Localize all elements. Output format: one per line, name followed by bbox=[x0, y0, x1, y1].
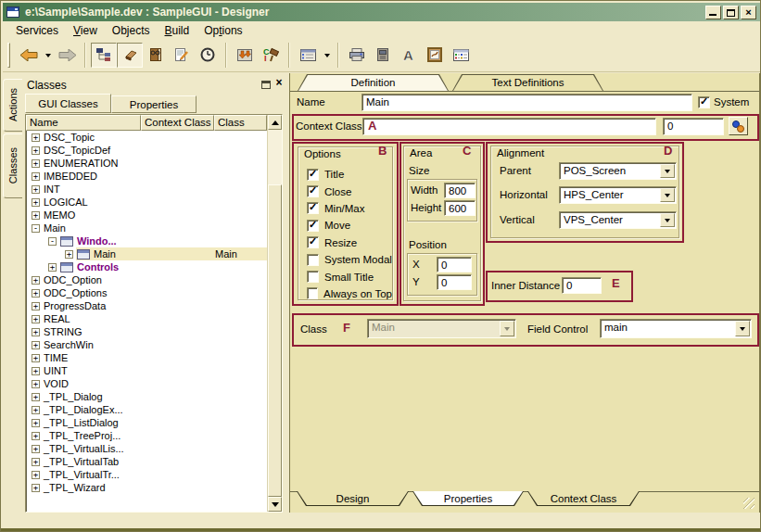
tree-expander[interactable]: + bbox=[32, 419, 40, 427]
column-header-context-class[interactable]: Context Class bbox=[141, 115, 214, 131]
tree-row[interactable]: + _TPL_TreeProj... bbox=[26, 429, 267, 442]
inner-distance-input[interactable]: 0 bbox=[562, 277, 602, 294]
tree-expander[interactable]: + bbox=[32, 276, 40, 285]
tree-expander[interactable]: + bbox=[32, 380, 40, 388]
tree-expander[interactable]: + bbox=[32, 133, 40, 142]
tree-row[interactable]: + MEMO bbox=[26, 209, 267, 222]
column-header-class[interactable]: Class bbox=[214, 115, 267, 131]
side-tab-actions[interactable]: Actions bbox=[3, 79, 22, 132]
tree-expander[interactable]: + bbox=[32, 315, 40, 323]
tab-properties-bottom[interactable]: Properties bbox=[412, 491, 524, 506]
tab-definition[interactable]: Definition bbox=[298, 74, 449, 91]
tree-row[interactable]: + DSC_TopicDef bbox=[26, 144, 267, 157]
x-input[interactable]: 0 bbox=[437, 257, 472, 272]
tree-row[interactable]: + _TPL_Dialog bbox=[26, 390, 267, 403]
tab-properties-left[interactable]: Properties bbox=[111, 95, 197, 113]
tree-row[interactable]: + _TPL_VirtualLis... bbox=[26, 442, 267, 455]
tree-row[interactable]: + _TPL_DialogEx... bbox=[26, 403, 267, 416]
context-class-input[interactable] bbox=[362, 118, 656, 135]
tree-row[interactable]: + REAL bbox=[26, 312, 267, 325]
name-input[interactable]: Main bbox=[361, 94, 692, 111]
context-class-picker-button[interactable] bbox=[729, 117, 748, 135]
toolbar-gripper[interactable] bbox=[7, 43, 10, 68]
tree-row[interactable]: + TIME bbox=[26, 351, 267, 364]
form-properties-button[interactable] bbox=[448, 43, 474, 68]
tree-row[interactable]: + ENUMERATION bbox=[26, 157, 267, 170]
tree-expander[interactable]: + bbox=[32, 354, 40, 362]
edit-document-button[interactable] bbox=[169, 43, 195, 68]
tree-expander[interactable]: + bbox=[32, 211, 40, 220]
tree-expander[interactable]: - bbox=[48, 237, 57, 246]
form-window-dropdown[interactable] bbox=[321, 43, 333, 68]
image-button[interactable] bbox=[422, 43, 448, 68]
tree-row[interactable]: + ODC_Options bbox=[26, 286, 267, 299]
menu-options[interactable]: Options bbox=[197, 23, 249, 38]
minimize-button[interactable] bbox=[705, 6, 721, 19]
tree-row[interactable]: + Controls bbox=[26, 260, 267, 273]
y-input[interactable]: 0 bbox=[437, 274, 472, 290]
tree-row[interactable]: - Windo... bbox=[26, 234, 267, 247]
tree-row[interactable]: + ProgressData bbox=[26, 299, 267, 312]
class-tree-button[interactable] bbox=[91, 43, 117, 68]
tree-expander[interactable]: + bbox=[32, 484, 40, 492]
tree-row[interactable]: + _TPL_VirtualTab bbox=[26, 455, 267, 468]
tree-expander[interactable]: + bbox=[32, 445, 40, 453]
clock-button[interactable] bbox=[195, 43, 221, 68]
tree-expander[interactable]: + bbox=[32, 367, 40, 375]
tab-text-definitions[interactable]: Text Definitions bbox=[452, 74, 603, 91]
tree-expander[interactable]: + bbox=[32, 458, 40, 466]
tree-row[interactable]: + VOID bbox=[26, 377, 267, 390]
scroll-up-button[interactable] bbox=[268, 115, 282, 130]
tree-expander[interactable]: + bbox=[32, 328, 40, 336]
title-bar[interactable]: e:\Sample\Sample.dev : SampleGUI - Desig… bbox=[3, 3, 760, 21]
tree-row[interactable]: + ODC_Option bbox=[26, 273, 267, 286]
resize-grip[interactable] bbox=[743, 498, 755, 509]
back-history-dropdown[interactable] bbox=[42, 43, 54, 68]
menu-view[interactable]: View bbox=[66, 23, 105, 38]
tab-gui-classes[interactable]: GUI Classes bbox=[25, 94, 111, 113]
device-button[interactable] bbox=[370, 43, 396, 68]
side-tab-classes[interactable]: Classes bbox=[3, 133, 22, 198]
option-checkbox[interactable] bbox=[307, 220, 319, 232]
option-checkbox[interactable] bbox=[307, 254, 319, 266]
menu-objects[interactable]: Objects bbox=[105, 23, 158, 38]
field-control-select[interactable]: main bbox=[600, 319, 752, 338]
tree-row[interactable]: + LOGICAL bbox=[26, 196, 267, 209]
tab-design[interactable]: Design bbox=[297, 491, 409, 506]
tree-row[interactable]: + STRING bbox=[26, 325, 267, 338]
tree-row[interactable]: + DSC_Topic bbox=[26, 131, 267, 144]
class-select[interactable]: Main bbox=[367, 319, 516, 338]
maximize-button[interactable] bbox=[723, 6, 739, 19]
height-input[interactable]: 600 bbox=[444, 200, 476, 216]
panel-close-icon[interactable]: × bbox=[273, 77, 285, 89]
tree-row[interactable]: + _TPL_Wizard bbox=[26, 481, 267, 494]
close-button[interactable]: × bbox=[741, 6, 756, 19]
tree-scrollbar[interactable] bbox=[267, 115, 282, 512]
option-checkbox[interactable] bbox=[307, 169, 319, 181]
tab-context-class-bottom[interactable]: Context Class bbox=[527, 491, 640, 506]
tree-expander[interactable]: + bbox=[32, 289, 40, 298]
combo-arrow-button[interactable] bbox=[735, 321, 750, 336]
tree-expander[interactable]: - bbox=[32, 224, 40, 233]
book-button[interactable] bbox=[143, 43, 169, 68]
tree-row[interactable]: + UINT bbox=[26, 364, 267, 377]
tree-expander[interactable]: + bbox=[32, 393, 40, 401]
tree-expander[interactable]: + bbox=[32, 432, 40, 440]
back-button[interactable] bbox=[16, 43, 42, 68]
option-checkbox[interactable] bbox=[307, 236, 319, 248]
tree-row[interactable]: + _TPL_VirtualTr... bbox=[26, 468, 267, 481]
tree-expander[interactable]: + bbox=[32, 471, 40, 479]
dock-icon[interactable] bbox=[261, 81, 271, 89]
tree-row[interactable]: + INT bbox=[26, 183, 267, 196]
tree-row[interactable]: - Main bbox=[26, 222, 267, 234]
font-button[interactable]: A bbox=[396, 43, 422, 68]
tree-expander[interactable]: + bbox=[32, 406, 40, 414]
combo-arrow-button[interactable] bbox=[660, 213, 675, 227]
tree-expander[interactable]: + bbox=[65, 250, 73, 259]
column-header-name[interactable]: Name bbox=[26, 115, 141, 131]
width-input[interactable]: 800 bbox=[444, 183, 476, 198]
menu-build[interactable]: Build bbox=[158, 23, 197, 38]
tree-expander[interactable]: + bbox=[32, 159, 40, 168]
horizontal-select[interactable]: HPS_Center bbox=[559, 186, 677, 204]
option-checkbox[interactable] bbox=[307, 202, 319, 214]
